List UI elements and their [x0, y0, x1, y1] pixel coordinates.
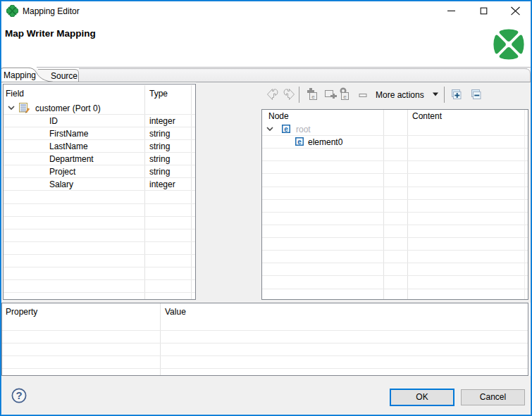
svg-text:e: e — [343, 94, 347, 100]
svg-text:e: e — [284, 125, 288, 133]
svg-text:e: e — [297, 138, 302, 146]
svg-text:e: e — [311, 94, 315, 100]
svg-text:?: ? — [16, 389, 22, 401]
